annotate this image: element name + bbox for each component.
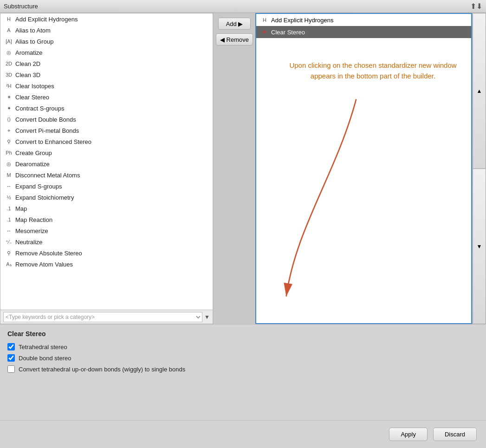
checkbox-input[interactable] [7,354,15,362]
list-item[interactable]: PhCreate Group [0,147,213,158]
list-item[interactable]: [A]Alias to Group [0,36,213,47]
list-item-label: Map [15,205,27,212]
checkbox-input[interactable] [7,365,15,373]
list-item-icon: ◎ [4,161,13,167]
dropdown-arrow-icon: ▼ [204,314,210,320]
right-top-row: HAdd Explicit Hydrogens✶Clear Stereo Upo… [255,13,486,324]
list-item-icon: ✦ [4,105,13,111]
annotation-text: Upon clicking on the chosen standardizer… [284,60,462,81]
category-dropdown-wrapper[interactable]: <Type keywords or pick a category> ▼ [0,310,213,324]
list-item-label: Neutralize [15,239,43,246]
main-content: HAdd Explicit HydrogensAAlias to Atom[A]… [0,13,486,448]
list-item[interactable]: ✶Clear Stereo [0,91,213,103]
list-item[interactable]: HAdd Explicit Hydrogens [0,13,213,25]
list-item[interactable]: ⚲Convert to Enhanced Stereo [0,136,213,147]
category-select[interactable]: <Type keywords or pick a category> [3,312,202,322]
list-item[interactable]: ↔Expand S-groups [0,181,213,192]
discard-button[interactable]: Discard [433,428,477,441]
standardizer-list[interactable]: HAdd Explicit HydrogensAAlias to Atom[A]… [0,13,213,310]
list-item[interactable]: MDisconnect Metal Atoms [0,169,213,181]
list-item[interactable]: ⌖Convert Pi-metal Bonds [0,125,213,136]
list-item-icon: ⚲ [4,139,13,145]
list-item[interactable]: ↔Mesomerize [0,225,213,236]
list-item[interactable]: ◎Dearomatize [0,158,213,169]
bottom-section: Clear Stereo Tetrahedral stereoDouble bo… [0,324,486,408]
list-item[interactable]: 2DClean 2D [0,58,213,69]
list-item[interactable]: ✦Contract S-groups [0,103,213,114]
list-item-label: Clear Isotopes [15,83,54,90]
list-item[interactable]: 3DClean 3D [0,69,213,80]
remove-button[interactable]: ◀ Remove [216,33,253,45]
list-item-label: Convert Double Bonds [15,116,76,123]
checkbox-row: Convert tetrahedral up-or-down bonds (wi… [7,365,479,373]
right-list-item-label: Clear Stereo [271,29,305,36]
right-panel: HAdd Explicit Hydrogens✶Clear Stereo Upo… [255,13,486,324]
list-item-label: Add Explicit Hydrogens [15,16,78,23]
list-item-label: Clean 2D [15,60,40,67]
list-item[interactable]: ⚲Remove Absolute Stereo [0,247,213,259]
list-item-icon: .1 [4,206,13,211]
list-item-icon: ½ [4,195,13,200]
list-item[interactable]: .1Map [0,203,213,214]
footer: Apply Discard [0,420,486,448]
list-item-label: Alias to Group [15,38,53,45]
reorder-buttons: ▲ ▼ [472,13,486,324]
checkbox-label: Tetrahedral stereo [19,344,67,351]
list-item[interactable]: ⁺∕₋Neutralize [0,236,213,247]
list-item-label: Convert Pi-metal Bonds [15,127,79,134]
list-item-icon: 2D [4,61,13,66]
list-item-icon: Ph [4,150,13,156]
checkbox-row: Tetrahedral stereo [7,343,479,351]
left-panel: HAdd Explicit HydrogensAAlias to Atom[A]… [0,13,214,324]
list-item-icon: [A] [4,39,13,44]
checkbox-label: Convert tetrahedral up-or-down bonds (wi… [19,366,185,373]
arrow-illustration [256,14,471,323]
list-item[interactable]: AAlias to Atom [0,25,213,36]
list-item-label: Expand S-groups [15,183,62,190]
window-title: Substructure [4,3,38,10]
right-list-item-icon: ✶ [260,28,269,36]
list-item[interactable]: ◎Aromatize [0,47,213,58]
list-item-icon: ⌖ [4,128,13,134]
list-item-label: Convert to Enhanced Stereo [15,138,91,145]
list-item[interactable]: .1Map Reaction [0,214,213,225]
list-item-label: Create Group [15,149,52,156]
move-up-button[interactable]: ▲ [473,13,486,169]
list-item-label: Clean 3D [15,71,40,78]
checkbox-label: Double bond stereo [19,355,71,362]
checkboxes-container: Tetrahedral stereoDouble bond stereoConv… [7,343,479,373]
list-item-label: Expand Stoichiometry [15,194,74,201]
list-item[interactable]: ½Expand Stoichiometry [0,192,213,203]
right-list-item[interactable]: ✶Clear Stereo [256,26,471,38]
list-item-icon: ↔ [4,183,13,189]
top-section: HAdd Explicit HydrogensAAlias to Atom[A]… [0,13,486,324]
list-item-icon: ↔ [4,228,13,234]
list-item-icon: ◎ [4,50,13,56]
list-item-icon: A [4,27,13,33]
list-item-icon: 3D [4,72,13,78]
list-item-label: Dearomatize [15,161,50,168]
title-bar: Substructure ⬆⬇ [0,0,486,13]
list-item-icon: H [4,16,13,22]
list-item-icon: ✶ [4,94,13,100]
bottom-section-title: Clear Stereo [7,330,479,338]
move-down-button[interactable]: ▼ [473,169,486,324]
window-control-icon[interactable]: ⬆⬇ [470,2,482,11]
selected-standardizers-list[interactable]: HAdd Explicit Hydrogens✶Clear Stereo Upo… [255,13,472,324]
list-item-icon: ⟨⟩ [4,117,13,123]
list-item-label: Mesomerize [15,227,48,234]
list-item[interactable]: ⟨⟩Convert Double Bonds [0,114,213,125]
list-item-label: Aromatize [15,49,43,56]
list-item-icon: ⁺∕₋ [4,239,13,245]
add-button[interactable]: Add ▶ [218,18,251,30]
list-item-icon: A₁ [4,261,13,267]
list-item-icon: ⚲ [4,250,13,256]
checkbox-input[interactable] [7,343,15,351]
checkbox-row: Double bond stereo [7,354,479,362]
right-list-item-icon: H [260,17,269,23]
list-item-label: Alias to Atom [15,27,51,34]
apply-button[interactable]: Apply [389,428,428,441]
list-item[interactable]: ²HClear Isotopes [0,80,213,91]
list-item[interactable]: A₁Remove Atom Values [0,259,213,270]
right-list-item[interactable]: HAdd Explicit Hydrogens [256,14,471,26]
